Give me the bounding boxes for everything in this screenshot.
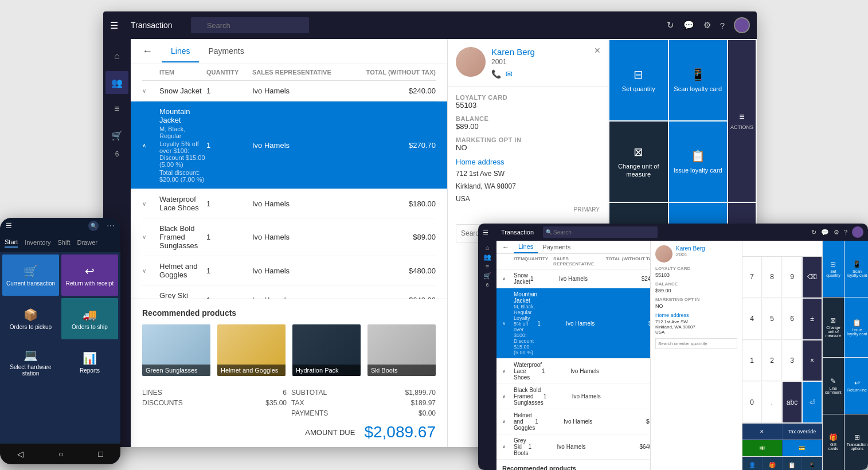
product-card[interactable]: Ski Boots [367, 324, 436, 376]
tablet-back-button[interactable]: ← [502, 243, 509, 251]
numpad-5[interactable]: 5 [763, 299, 782, 340]
numpad-3[interactable]: 3 [783, 340, 802, 382]
phone-tile-pickup[interactable]: 📦 Orders to pickup [2, 298, 59, 339]
extra-btn-4[interactable]: 📱 [802, 457, 822, 470]
phone-icon[interactable]: 📞 [491, 69, 501, 79]
email-icon[interactable]: ✉ [506, 69, 513, 79]
t-sidebar-people[interactable]: 👥 [483, 253, 491, 261]
search-input[interactable] [191, 17, 309, 33]
numpad-4[interactable]: 4 [742, 299, 762, 340]
tablet-settings-icon[interactable]: ⚙ [834, 229, 839, 236]
phone-tab-shift[interactable]: Shift [57, 239, 70, 247]
t-sidebar-cart[interactable]: 🛒 [483, 272, 491, 280]
phone-tab-inventory[interactable]: Inventory [25, 239, 50, 247]
tab-payments[interactable]: Payments [199, 41, 253, 62]
sidebar-icon-home[interactable]: ⌂ [105, 45, 128, 68]
numpad-multiply[interactable]: × [803, 340, 822, 382]
t-action-scan-loyalty[interactable]: 📱 Scan loyalty card [844, 241, 868, 297]
numpad-backspace[interactable]: ⌫ [803, 257, 822, 298]
tablet-tab-lines[interactable]: Lines [514, 241, 538, 253]
tablet-user-avatar[interactable] [852, 226, 863, 238]
chat-icon[interactable]: 💬 [683, 20, 694, 30]
customer-name[interactable]: Karen Berg [491, 47, 535, 57]
table-row[interactable]: ∨ Black Bold Framed Sunglasses 1 Ivo Ham… [142, 218, 436, 256]
t-action-gift-cards[interactable]: 🎁 Gift cards [823, 414, 844, 471]
phone-home-btn[interactable]: ○ [58, 449, 63, 459]
tablet-help-icon[interactable]: ? [844, 229, 847, 236]
action-issue-loyalty[interactable]: 📋 Issue loyalty card [669, 122, 728, 202]
phone-tab-drawer[interactable]: Drawer [77, 239, 97, 247]
numpad-1[interactable]: 1 [742, 340, 762, 382]
table-row[interactable]: ∨ Grey Ski Boots 1 Ivo Hamels $640.00 [142, 285, 436, 299]
tablet-tab-payments[interactable]: Payments [538, 241, 575, 253]
extra-btn-3[interactable]: 📋 [783, 457, 803, 470]
numpad-clear-btn[interactable]: ✕ [742, 424, 783, 440]
back-button[interactable]: ← [142, 45, 153, 57]
phone-search-button[interactable]: 🔍 [88, 221, 99, 231]
phone-tile-reports[interactable]: 📊 Reports [61, 342, 118, 383]
numpad-8[interactable]: 8 [763, 257, 782, 298]
sidebar-icon-cart[interactable]: 🛒 [105, 124, 128, 147]
t-quantity-input[interactable] [655, 338, 737, 349]
phone-tab-start[interactable]: Start [5, 238, 18, 248]
tablet-table-row[interactable]: ∧ Mountain Jacket M, Black, Regular Loya… [496, 288, 650, 359]
numpad-2[interactable]: 2 [763, 340, 782, 382]
numpad-7[interactable]: 7 [742, 257, 762, 298]
numpad-enter[interactable]: ⏎ [803, 382, 822, 423]
t-action-return-line[interactable]: ↩ Return line [844, 358, 868, 414]
numpad-abc[interactable]: abc [783, 382, 802, 423]
numpad-plusminus[interactable]: ± [803, 299, 822, 340]
help-icon[interactable]: ? [720, 21, 725, 30]
tablet-table-row[interactable]: ∨ Helmet and Goggles 1 Ivo Hamels $480.0… [496, 409, 650, 434]
tablet-table-row[interactable]: ∨ Snow Jacket 1 Ivo Hamels $240.00 [496, 269, 650, 288]
tablet-table-row[interactable]: ∨ Grey Ski Boots 1 Ivo Hamels $640.00 [496, 434, 650, 460]
action-scan-loyalty[interactable]: 📱 Scan loyalty card [669, 40, 728, 120]
address-label[interactable]: Home address [456, 158, 600, 166]
sidebar-icon-list[interactable]: ≡ [105, 97, 128, 120]
table-row[interactable]: ∨ Waterproof Lace Shoes 1 Ivo Hamels $18… [142, 189, 436, 218]
phone-tile-ship[interactable]: 🚚 Orders to ship [61, 298, 118, 339]
hamburger-icon[interactable]: ☰ [110, 20, 124, 31]
t-sidebar-list[interactable]: ≡ [486, 263, 489, 270]
table-row[interactable]: ∨ Helmet and Goggles 1 Ivo Hamels $480.0… [142, 256, 436, 285]
product-card[interactable]: Helmet and Goggles [217, 324, 286, 376]
numpad-dot[interactable]: . [763, 382, 782, 423]
t-action-change-uom[interactable]: ⊠ Change unit of measure [823, 297, 844, 358]
settings-icon[interactable]: ⚙ [703, 20, 711, 30]
phone-hamburger-icon[interactable]: ☰ [6, 222, 12, 230]
t-customer-name[interactable]: Karen Berg [676, 245, 705, 252]
t-sidebar-home[interactable]: ⌂ [486, 244, 490, 251]
t-action-issue-loyalty[interactable]: 📋 Issue loyalty card [844, 297, 868, 358]
product-card[interactable]: Green Sunglasses [142, 324, 210, 376]
numpad-6[interactable]: 6 [783, 299, 802, 340]
refresh-icon[interactable]: ↻ [667, 20, 674, 30]
tablet-table-row[interactable]: ∨ Waterproof Lace Shoes 1 Ivo Hamels $18… [496, 359, 650, 384]
sidebar-icon-people[interactable]: 👥 [105, 71, 128, 94]
tablet-search-input[interactable] [543, 226, 658, 238]
user-avatar[interactable] [734, 17, 750, 33]
t-address-link[interactable]: Home address [655, 312, 737, 318]
t-action-transaction-options[interactable]: ⊞ Transaction options [844, 414, 868, 471]
phone-tile-current-transaction[interactable]: 🛒 Current transaction [2, 254, 59, 296]
tablet-table-row[interactable]: ∨ Black Bold Framed Sunglasses 1 Ivo Ham… [496, 384, 650, 409]
tablet-hamburger-icon[interactable]: ☰ [483, 229, 496, 236]
tab-lines[interactable]: Lines [162, 41, 199, 62]
table-row[interactable]: ∧ Mountain Jacket M, Black, Regular Loya… [131, 101, 447, 189]
numpad-tax-override-btn[interactable]: Tax override [783, 424, 823, 440]
phone-tile-return[interactable]: ↩ Return with receipt [61, 254, 118, 296]
extra-btn-1[interactable]: 👤 [742, 457, 763, 470]
phone-recent-btn[interactable]: □ [98, 449, 103, 459]
action-set-quantity[interactable]: ⊟ Set quantity [609, 40, 668, 120]
action-change-uom[interactable]: ⊠ Change unit of measure [609, 122, 668, 202]
phone-back-btn[interactable]: ◁ [17, 449, 24, 459]
pay-card-btn[interactable]: 💳 [783, 440, 823, 456]
close-customer-panel[interactable]: ✕ [594, 46, 601, 55]
table-row[interactable]: ∨ Snow Jacket 1 Ivo Hamels $240.00 [142, 81, 436, 101]
phone-more-icon[interactable]: ⋯ [107, 221, 115, 230]
t-action-set-qty[interactable]: ⊟ Set quantity [823, 241, 844, 297]
tablet-refresh-icon[interactable]: ↻ [811, 229, 816, 236]
extra-btn-2[interactable]: 🎁 [763, 457, 783, 470]
product-card[interactable]: Hydration Pack [292, 324, 361, 376]
pay-cash-btn[interactable]: 💵 [742, 440, 783, 456]
numpad-9[interactable]: 9 [783, 257, 802, 298]
